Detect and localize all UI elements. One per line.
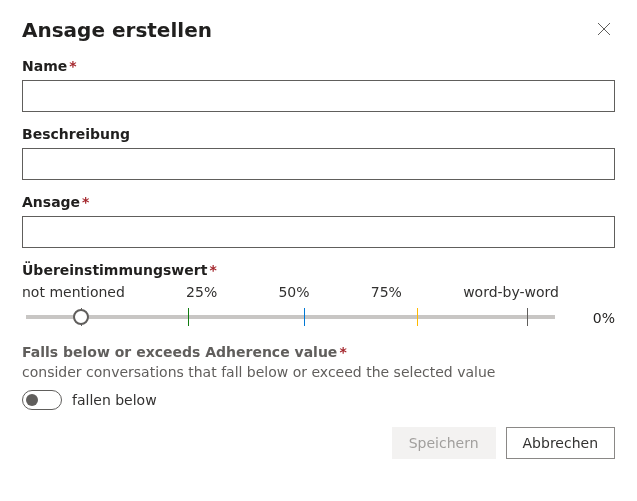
toggle-knob xyxy=(26,394,38,406)
match-slider-field: Übereinstimmungswert* not mentioned 25% … xyxy=(22,262,615,326)
announcement-label-text: Ansage xyxy=(22,194,80,210)
slider-wrap: not mentioned 25% 50% 75% word-by-word 0… xyxy=(22,284,615,326)
name-label-text: Name xyxy=(22,58,67,74)
required-star: * xyxy=(82,194,89,210)
slider-tick-75: 75% xyxy=(371,284,402,300)
required-star: * xyxy=(209,262,216,278)
adherence-toggle-label: fallen below xyxy=(72,392,157,408)
description-input[interactable] xyxy=(22,148,615,180)
close-button[interactable] xyxy=(593,18,615,40)
required-star: * xyxy=(339,344,346,360)
adherence-section: Falls below or exceeds Adherence value* … xyxy=(22,344,615,410)
slider-track[interactable] xyxy=(22,308,559,326)
dialog-footer: Speichern Abbrechen xyxy=(392,427,615,459)
cancel-button[interactable]: Abbrechen xyxy=(506,427,615,459)
adherence-toggle-row: fallen below xyxy=(22,390,615,410)
required-star: * xyxy=(69,58,76,74)
close-icon xyxy=(597,22,611,36)
save-button[interactable]: Speichern xyxy=(392,427,496,459)
match-slider-label-text: Übereinstimmungswert xyxy=(22,262,207,278)
adherence-toggle[interactable] xyxy=(22,390,62,410)
name-field: Name* xyxy=(22,58,615,112)
dialog-header: Ansage erstellen xyxy=(22,18,615,42)
announcement-label: Ansage* xyxy=(22,194,615,210)
slider-value: 0% xyxy=(581,310,615,326)
match-slider-label: Übereinstimmungswert* xyxy=(22,262,615,278)
slider-tick-50: 50% xyxy=(278,284,309,300)
slider-tick-labels: not mentioned 25% 50% 75% word-by-word xyxy=(22,284,559,300)
name-label: Name* xyxy=(22,58,615,74)
dialog-title: Ansage erstellen xyxy=(22,18,212,42)
adherence-title: Falls below or exceeds Adherence value* xyxy=(22,344,615,360)
announcement-input[interactable] xyxy=(22,216,615,248)
name-input[interactable] xyxy=(22,80,615,112)
adherence-helper: consider conversations that fall below o… xyxy=(22,364,615,380)
slider-tick-max: word-by-word xyxy=(463,284,559,300)
create-announcement-dialog: Ansage erstellen Name* Beschreibung Ansa… xyxy=(0,0,637,501)
adherence-title-text: Falls below or exceeds Adherence value xyxy=(22,344,337,360)
description-label: Beschreibung xyxy=(22,126,615,142)
slider-area: not mentioned 25% 50% 75% word-by-word xyxy=(22,284,559,326)
description-field: Beschreibung xyxy=(22,126,615,180)
slider-thumb[interactable] xyxy=(73,309,89,325)
announcement-field: Ansage* xyxy=(22,194,615,248)
slider-tick-25: 25% xyxy=(186,284,217,300)
slider-tick-min: not mentioned xyxy=(22,284,125,300)
